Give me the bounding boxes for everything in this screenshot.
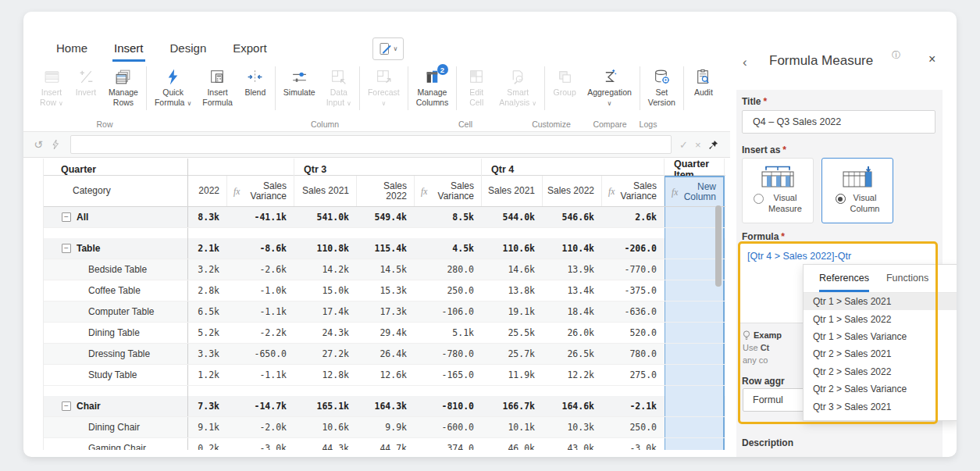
- value-cell[interactable]: 29.4k: [357, 323, 415, 343]
- info-icon[interactable]: ⓘ: [892, 49, 900, 61]
- value-cell[interactable]: 8.3k: [188, 207, 227, 227]
- value-cell[interactable]: 0.2k: [188, 438, 227, 450]
- value-cell[interactable]: 546.6k: [543, 207, 602, 227]
- title-input[interactable]: [742, 110, 935, 134]
- row-name-cell[interactable]: Dining Table: [44, 323, 188, 343]
- column-header-6[interactable]: Sales 2021: [482, 176, 543, 206]
- value-cell[interactable]: 166.7k: [482, 396, 543, 416]
- value-cell[interactable]: [665, 302, 725, 322]
- edit-mode-toggle-button[interactable]: ∨: [372, 37, 404, 60]
- table-row[interactable]: Dining Table5.2k-2.2k24.3k29.4k5.1k25.5k…: [44, 323, 725, 344]
- value-cell[interactable]: -2.1k: [602, 396, 665, 416]
- value-cell[interactable]: 14.2k: [294, 259, 357, 280]
- value-cell[interactable]: 110.4k: [543, 238, 602, 259]
- value-cell[interactable]: -636.0: [602, 302, 665, 322]
- value-cell[interactable]: 18.4k: [543, 302, 602, 322]
- column-header-1[interactable]: 2022: [188, 176, 227, 206]
- column-header-4[interactable]: Sales 2022: [357, 176, 415, 206]
- value-cell[interactable]: 46.0k: [482, 438, 543, 450]
- simulate-button[interactable]: Simulate: [278, 65, 321, 98]
- suggestion-item[interactable]: Qtr 1 > Sales Variance: [804, 328, 957, 345]
- value-cell[interactable]: -14.7k: [227, 396, 294, 416]
- value-cell[interactable]: -1.0k: [227, 280, 294, 301]
- suggestion-item[interactable]: Qtr 2 > Sales 2021: [804, 345, 957, 362]
- table-row[interactable]: −All8.3k-41.1k541.0k549.4k8.5k544.0k546.…: [44, 207, 725, 228]
- value-cell[interactable]: 10.3k: [543, 417, 602, 437]
- collapse-toggle-icon[interactable]: −: [62, 244, 71, 253]
- insert-as-option-visual-measure[interactable]: Visual Measure: [742, 158, 814, 223]
- value-cell[interactable]: 5.1k: [415, 323, 482, 343]
- value-cell[interactable]: 10.1k: [482, 417, 543, 437]
- value-cell[interactable]: 25.7k: [482, 344, 543, 364]
- pin-icon[interactable]: [708, 140, 718, 150]
- row-name-cell[interactable]: Gaming Chair: [44, 438, 188, 450]
- suggestion-item[interactable]: Qtr 2 > Sales 2022: [804, 363, 957, 380]
- audit-button[interactable]: Audit: [686, 65, 721, 98]
- value-cell[interactable]: 26.0k: [543, 323, 602, 343]
- table-row[interactable]: Computer Table6.5k-1.1k17.4k17.3k-106.01…: [44, 302, 725, 323]
- row-name-cell[interactable]: Coffee Table: [44, 280, 188, 301]
- close-icon[interactable]: ×: [695, 139, 701, 151]
- manage-columns-button[interactable]: 2ManageColumns: [411, 65, 454, 108]
- table-row[interactable]: Bedside Table3.2k-2.6k14.2k14.5k280.014.…: [44, 259, 725, 280]
- back-icon[interactable]: ‹: [743, 55, 747, 70]
- suggestion-tab-functions[interactable]: Functions: [886, 273, 928, 292]
- value-cell[interactable]: 11.9k: [482, 365, 543, 385]
- flash-icon[interactable]: [47, 139, 64, 150]
- value-cell[interactable]: 44.3k: [294, 438, 357, 450]
- value-cell[interactable]: 10.6k: [294, 417, 357, 437]
- column-header-5[interactable]: fxSales Variance: [415, 176, 482, 206]
- quick-formula-button[interactable]: QuickFormula∨: [149, 65, 197, 109]
- value-cell[interactable]: [665, 417, 725, 437]
- value-cell[interactable]: -8.6k: [227, 238, 294, 259]
- value-cell[interactable]: 5.2k: [188, 323, 227, 343]
- value-cell[interactable]: 4.5k: [415, 238, 482, 259]
- value-cell[interactable]: 2.6k: [602, 207, 665, 227]
- blend-button[interactable]: Blend: [238, 65, 273, 98]
- row-name-cell[interactable]: −Table: [44, 238, 188, 259]
- manage-rows-button[interactable]: ManageRows: [103, 65, 144, 108]
- value-cell[interactable]: -2.6k: [227, 259, 294, 280]
- value-cell[interactable]: [665, 344, 725, 364]
- suggestion-item[interactable]: Qtr 2 > Sales Variance: [804, 380, 957, 398]
- value-cell[interactable]: 165.1k: [294, 396, 357, 416]
- suggestion-tab-references[interactable]: References: [819, 273, 869, 292]
- value-cell[interactable]: -600.0: [415, 417, 482, 437]
- value-cell[interactable]: 110.8k: [294, 238, 357, 259]
- value-cell[interactable]: 9.9k: [357, 417, 415, 437]
- value-cell[interactable]: 250.0: [602, 417, 665, 437]
- value-cell[interactable]: 110.6k: [482, 238, 543, 259]
- value-cell[interactable]: 13.4k: [543, 280, 602, 301]
- value-cell[interactable]: -2.2k: [227, 323, 294, 343]
- value-cell[interactable]: 24.3k: [294, 323, 357, 343]
- value-cell[interactable]: -780.0: [415, 344, 482, 364]
- value-cell[interactable]: 544.0k: [482, 207, 543, 227]
- value-cell[interactable]: 115.4k: [357, 238, 415, 259]
- value-cell[interactable]: 17.3k: [357, 302, 415, 322]
- suggestion-item[interactable]: Qtr 1 > Sales 2021: [804, 293, 957, 310]
- value-cell[interactable]: -3.0k: [602, 438, 665, 450]
- collapse-toggle-icon[interactable]: −: [62, 401, 71, 411]
- value-cell[interactable]: 2.8k: [188, 280, 227, 301]
- value-cell[interactable]: 26.4k: [357, 344, 415, 364]
- value-cell[interactable]: 14.6k: [482, 259, 543, 280]
- value-cell[interactable]: 1.2k: [188, 365, 227, 385]
- column-header-2[interactable]: fxSales Variance: [227, 176, 294, 206]
- column-header-3[interactable]: Sales 2021: [294, 176, 357, 206]
- insert-formula-button[interactable]: InsertFormula: [197, 65, 238, 108]
- value-cell[interactable]: 164.3k: [357, 396, 415, 416]
- value-cell[interactable]: 15.3k: [357, 280, 415, 301]
- value-cell[interactable]: 15.0k: [294, 280, 357, 301]
- value-cell[interactable]: 8.5k: [415, 207, 482, 227]
- table-row[interactable]: Dressing Table3.3k-650.027.2k26.4k-780.0…: [44, 344, 725, 365]
- value-cell[interactable]: -1.1k: [227, 365, 294, 385]
- tab-export[interactable]: Export: [231, 35, 268, 62]
- value-cell[interactable]: 13.9k: [543, 259, 602, 280]
- column-header-8[interactable]: fxSales Variance: [602, 176, 665, 206]
- value-cell[interactable]: 13.8k: [482, 280, 543, 301]
- tab-home[interactable]: Home: [55, 35, 89, 62]
- row-name-cell[interactable]: Bedside Table: [44, 259, 188, 280]
- value-cell[interactable]: 541.0k: [294, 207, 357, 227]
- value-cell[interactable]: 250.0: [415, 280, 482, 301]
- value-cell[interactable]: 164.6k: [543, 396, 602, 416]
